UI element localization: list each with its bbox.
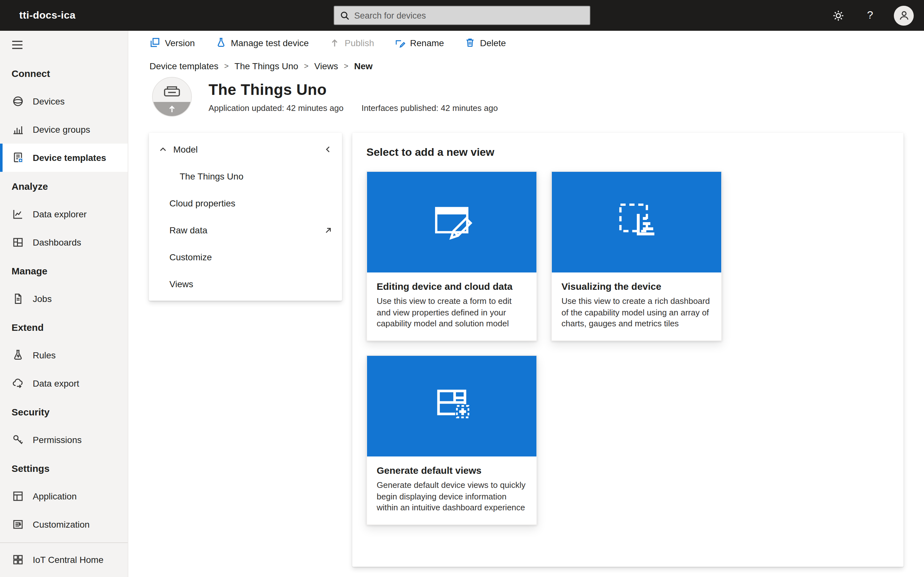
chevron-up-icon[interactable] bbox=[158, 144, 168, 155]
test-flask-icon bbox=[215, 37, 226, 48]
sidebar-item-label: Devices bbox=[33, 96, 65, 106]
sidebar-item-label: Data export bbox=[33, 378, 79, 388]
account-avatar[interactable] bbox=[894, 5, 914, 25]
publish-arrow-icon bbox=[329, 37, 340, 48]
iot-central-home-icon bbox=[11, 553, 24, 566]
data-explorer-icon bbox=[11, 208, 24, 221]
sidebar-item-label: Permissions bbox=[33, 435, 82, 445]
breadcrumb-separator: > bbox=[344, 61, 349, 71]
sidebar-item-jobs[interactable]: Jobs bbox=[0, 285, 128, 313]
application-updated-text: Application updated: 42 minutes ago bbox=[208, 103, 344, 113]
model-item-customize[interactable]: Customize bbox=[149, 243, 342, 271]
settings-gear-icon[interactable] bbox=[830, 7, 846, 24]
form-edit-icon bbox=[367, 172, 536, 272]
upload-arrow-icon bbox=[153, 102, 191, 116]
device-search[interactable] bbox=[334, 6, 590, 25]
section-heading-manage: Manage bbox=[0, 256, 128, 285]
model-item-views[interactable]: Views bbox=[149, 271, 342, 298]
sidebar-item-label: Customization bbox=[33, 519, 89, 530]
card-editing-device-and-cloud-data[interactable]: Editing device and cloud data Use this v… bbox=[367, 171, 537, 341]
sidebar-item-label: Application bbox=[33, 491, 77, 501]
template-toolbar: Version Manage test device Publish bbox=[128, 31, 924, 53]
card-title: Editing device and cloud data bbox=[376, 281, 527, 292]
sidebar-item-dashboards[interactable]: Dashboards bbox=[0, 228, 128, 256]
model-item-cloud-properties[interactable]: Cloud properties bbox=[149, 190, 342, 217]
sidebar-item-device-groups[interactable]: Device groups bbox=[0, 115, 128, 143]
sidebar-item-device-templates[interactable]: Device templates bbox=[0, 143, 128, 172]
permissions-key-icon bbox=[11, 434, 24, 446]
app-name[interactable]: tti-docs-ica bbox=[19, 10, 76, 21]
model-item-raw-data[interactable]: Raw data bbox=[149, 217, 342, 243]
breadcrumb-separator: > bbox=[224, 61, 229, 71]
panel-heading: Select to add a new view bbox=[367, 146, 889, 159]
open-external-icon[interactable] bbox=[323, 226, 333, 235]
sidebar-item-rules[interactable]: Rules bbox=[0, 341, 128, 369]
sidebar-item-label: Rules bbox=[33, 350, 56, 360]
sidebar-item-label: Device templates bbox=[33, 153, 106, 163]
sidebar-item-data-explorer[interactable]: Data explorer bbox=[0, 200, 128, 228]
top-bar: tti-docs-ica ? bbox=[0, 0, 924, 31]
collapse-panel-icon[interactable] bbox=[323, 144, 333, 155]
customization-icon bbox=[11, 518, 24, 531]
card-title: Generate default views bbox=[376, 465, 527, 476]
sidebar-item-data-export[interactable]: Data export bbox=[0, 369, 128, 398]
breadcrumb-the-things-uno[interactable]: The Things Uno bbox=[234, 61, 298, 71]
sidebar: Connect Devices Device groups bbox=[0, 31, 128, 577]
view-cards: Editing device and cloud data Use this v… bbox=[367, 171, 889, 525]
model-root-label: Model bbox=[173, 144, 198, 155]
rename-button[interactable]: Rename bbox=[395, 37, 444, 48]
dashboard-chart-icon bbox=[552, 172, 721, 272]
application-icon bbox=[11, 490, 24, 503]
breadcrumb-views[interactable]: Views bbox=[314, 61, 338, 71]
page-header: The Things Uno Application updated: 42 m… bbox=[128, 71, 924, 117]
card-body: Generate default views Generate default … bbox=[367, 456, 536, 524]
sidebar-item-label: Device groups bbox=[33, 124, 90, 135]
sidebar-item-permissions[interactable]: Permissions bbox=[0, 426, 128, 454]
card-description: Use this view to create a form to edit a… bbox=[376, 295, 527, 330]
device-templates-icon bbox=[11, 151, 24, 164]
device-groups-icon bbox=[11, 123, 24, 136]
section-heading-analyze: Analyze bbox=[0, 172, 128, 200]
sidebar-item-application[interactable]: Application bbox=[0, 482, 128, 510]
tiles-add-icon bbox=[367, 356, 536, 456]
trash-icon bbox=[465, 37, 475, 48]
section-heading-settings: Settings bbox=[0, 454, 128, 482]
interfaces-published-text: Interfaces published: 42 minutes ago bbox=[362, 103, 498, 113]
card-title: Visualizing the device bbox=[561, 281, 712, 292]
rules-flask-icon bbox=[11, 349, 24, 362]
jobs-icon bbox=[11, 292, 24, 305]
help-icon[interactable]: ? bbox=[862, 7, 879, 24]
publish-button[interactable]: Publish bbox=[329, 37, 374, 48]
breadcrumb-device-templates[interactable]: Device templates bbox=[150, 61, 218, 71]
breadcrumb-new: New bbox=[354, 61, 373, 71]
section-heading-security: Security bbox=[0, 398, 128, 426]
card-description: Generate default device views to quickly… bbox=[376, 480, 527, 514]
model-item-the-things-uno[interactable]: The Things Uno bbox=[149, 163, 342, 190]
sidebar-item-devices[interactable]: Devices bbox=[0, 87, 128, 115]
dashboards-icon bbox=[11, 236, 24, 249]
breadcrumb-separator: > bbox=[304, 61, 309, 71]
search-input[interactable] bbox=[354, 11, 584, 20]
template-meta: Application updated: 42 minutes ago Inte… bbox=[208, 103, 498, 113]
sidebar-item-iot-central-home[interactable]: IoT Central Home bbox=[0, 545, 128, 574]
card-body: Visualizing the device Use this view to … bbox=[552, 272, 721, 340]
card-description: Use this view to create a rich dashboard… bbox=[561, 295, 712, 330]
page: tti-docs-ica ? bbox=[0, 0, 924, 577]
hamburger-menu-icon[interactable] bbox=[0, 31, 128, 59]
view-picker-panel: Select to add a new view bbox=[352, 133, 903, 567]
card-body: Editing device and cloud data Use this v… bbox=[367, 272, 536, 340]
rename-icon bbox=[395, 37, 405, 48]
section-heading-connect: Connect bbox=[0, 59, 128, 87]
model-root-row[interactable]: Model bbox=[149, 136, 342, 163]
manage-test-device-button[interactable]: Manage test device bbox=[215, 37, 309, 48]
version-button[interactable]: Version bbox=[150, 37, 195, 48]
search-icon bbox=[340, 11, 350, 20]
sidebar-item-label: Data explorer bbox=[33, 209, 87, 219]
delete-button[interactable]: Delete bbox=[465, 37, 506, 48]
person-icon bbox=[898, 10, 909, 21]
sidebar-item-customization[interactable]: Customization bbox=[0, 510, 128, 538]
card-generate-default-views[interactable]: Generate default views Generate default … bbox=[367, 355, 537, 525]
model-tree-panel: Model The Things Uno Cloud properties Ra… bbox=[149, 133, 342, 301]
device-template-avatar bbox=[152, 77, 192, 117]
card-visualizing-the-device[interactable]: Visualizing the device Use this view to … bbox=[551, 171, 722, 341]
